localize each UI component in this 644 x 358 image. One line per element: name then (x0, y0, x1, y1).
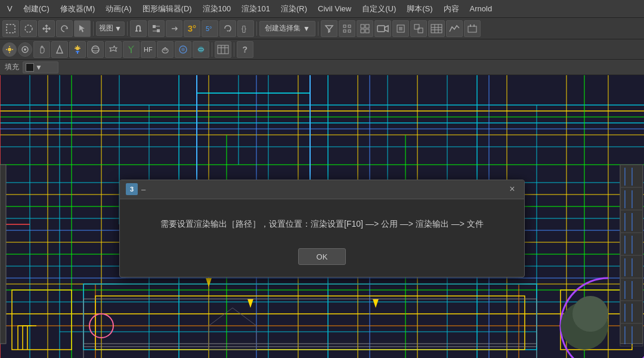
dialog-close-button[interactable]: × (506, 183, 518, 195)
ok-button[interactable]: OK (298, 248, 346, 265)
menu-arnold[interactable]: Arnold (465, 2, 497, 15)
rotate-btn[interactable] (56, 20, 73, 37)
svg-rect-55 (218, 45, 228, 54)
camera2-btn[interactable] (374, 20, 391, 37)
dialog-footer: OK (120, 242, 524, 277)
menu-bar: V 创建(C) 修改器(M) 动画(A) 图形编辑器(D) 渲染100 渲染10… (0, 0, 644, 18)
menu-graph-editor[interactable]: 图形编辑器(D) (138, 2, 197, 16)
chart-btn[interactable] (446, 20, 463, 37)
percent-btn[interactable]: 5° (202, 20, 218, 37)
help-btn[interactable]: ? (237, 41, 253, 58)
sphere-btn[interactable] (87, 41, 104, 58)
link-btn[interactable] (166, 20, 182, 37)
svg-rect-14 (361, 24, 364, 28)
spinner-btn[interactable] (219, 20, 236, 37)
plant-btn[interactable] (123, 41, 140, 58)
transform-btn[interactable] (148, 20, 165, 37)
snap3d-btn[interactable] (357, 20, 373, 37)
dialog-titlebar: 3 – × (120, 180, 524, 199)
svg-rect-22 (414, 24, 419, 29)
dialog-message: 需要设置渲染输出［路径］，设置位置：渲染设置[F10] —> 公用 —> 渲染输… (144, 217, 500, 230)
scale-btn[interactable]: 3° (184, 20, 200, 37)
svg-text:{}: {} (242, 24, 246, 33)
smoke-btn[interactable] (157, 41, 174, 58)
menu-render100[interactable]: 渲染100 (198, 2, 236, 16)
menu-content[interactable]: 内容 (439, 2, 464, 16)
svg-rect-29 (468, 26, 476, 32)
view-dropdown[interactable]: 视图 ▼ (96, 21, 125, 36)
hf-label-btn[interactable]: HF (141, 41, 156, 58)
menu-modifier[interactable]: 修改器(M) (55, 2, 100, 16)
svg-text:5°: 5° (206, 25, 212, 32)
render-region-btn[interactable] (392, 20, 409, 37)
svg-rect-15 (366, 24, 369, 28)
render-selected-btn[interactable] (410, 20, 427, 37)
menu-customize[interactable]: 自定义(U) (357, 2, 401, 16)
render-grid-btn[interactable] (428, 20, 445, 37)
sep2 (127, 21, 128, 36)
svg-point-32 (8, 48, 11, 51)
svg-rect-24 (431, 24, 442, 33)
svg-rect-0 (7, 24, 15, 33)
sep1 (93, 21, 94, 36)
svg-rect-23 (418, 28, 423, 33)
svg-rect-12 (343, 30, 346, 32)
sep6 (234, 42, 234, 57)
cone-btn[interactable] (51, 41, 68, 58)
fill-color-swatch (26, 63, 34, 72)
water-btn[interactable] (193, 41, 209, 58)
svg-point-48 (92, 46, 99, 53)
sun-light-btn[interactable] (2, 42, 17, 57)
menu-render101[interactable]: 渲染101 (237, 2, 275, 16)
fill-dropdown[interactable]: ▼ (23, 61, 58, 73)
menu-render[interactable]: 渲染(R) (276, 2, 312, 16)
svg-rect-17 (366, 29, 369, 33)
table-btn[interactable] (215, 41, 231, 58)
magnet-btn[interactable] (130, 20, 147, 37)
settings-btn2[interactable] (105, 41, 122, 58)
rect-select-btn[interactable] (2, 20, 19, 37)
filter-btn[interactable] (321, 20, 338, 37)
grid-snap-btn[interactable] (339, 20, 355, 37)
svg-rect-4 (153, 25, 156, 28)
select-and-move-btn[interactable] (74, 20, 91, 37)
svg-point-41 (76, 47, 79, 50)
menu-animation[interactable]: 动画(A) (101, 2, 136, 16)
menu-v[interactable]: V (2, 2, 17, 15)
svg-rect-11 (348, 25, 351, 27)
viewport: 3 – × 需要设置渲染输出［路径］，设置位置：渲染设置[F10] —> 公用 … (0, 75, 644, 358)
menu-script[interactable]: 脚本(S) (402, 2, 437, 16)
svg-rect-16 (361, 29, 364, 33)
svg-line-45 (75, 47, 76, 48)
svg-point-49 (92, 48, 99, 51)
sep5 (212, 42, 212, 57)
circle-select-btn[interactable] (20, 20, 37, 37)
code-btn[interactable]: {} (237, 20, 254, 37)
fill-label: 填充 (5, 62, 19, 72)
svg-marker-19 (385, 26, 388, 32)
ocean-btn[interactable] (175, 41, 191, 58)
move-btn[interactable] (38, 20, 55, 37)
dialog-body: 需要设置渲染输出［路径］，设置位置：渲染设置[F10] —> 公用 —> 渲染输… (120, 199, 524, 242)
svg-rect-21 (399, 27, 402, 30)
svg-rect-10 (343, 25, 346, 27)
svg-rect-5 (157, 29, 160, 32)
svg-rect-18 (377, 26, 385, 32)
svg-point-53 (198, 47, 204, 53)
menu-civil-view[interactable]: Civil View (313, 2, 356, 15)
sep4 (318, 21, 318, 36)
menu-create[interactable]: 创建(C) (18, 2, 54, 16)
ring-light-btn[interactable] (18, 42, 32, 57)
dialog: 3 – × 需要设置渲染输出［路径］，设置位置：渲染设置[F10] —> 公用 … (119, 180, 525, 277)
svg-point-52 (181, 48, 185, 51)
dialog-icon: 3 (126, 183, 138, 195)
hand-tool-btn[interactable] (33, 41, 50, 58)
sunlight-scene-btn[interactable] (69, 41, 86, 58)
fill-arrow: ▼ (35, 63, 42, 72)
render-output-btn[interactable] (464, 20, 481, 37)
svg-rect-13 (348, 30, 351, 32)
svg-point-38 (24, 48, 26, 51)
dialog-title-left: 3 – (126, 183, 145, 195)
create-selection-btn[interactable]: 创建选择集 ▼ (259, 21, 315, 36)
svg-point-1 (25, 25, 32, 32)
